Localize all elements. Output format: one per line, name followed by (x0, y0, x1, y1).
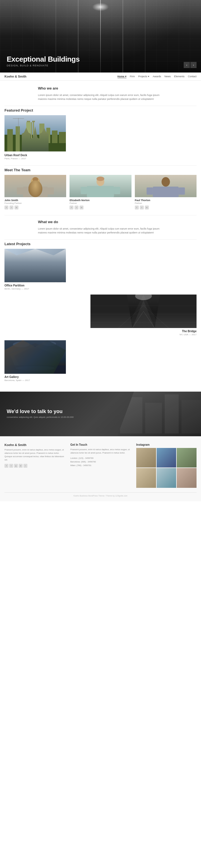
footer-linkedin-icon[interactable]: in (19, 464, 23, 468)
footer-instagram-title: Instagram (136, 443, 197, 446)
svg-rect-12 (59, 132, 66, 143)
nav-link-elements[interactable]: Elements (174, 75, 184, 78)
team-photo-paul (135, 175, 197, 197)
footer-contact-barcelona: Barcelona: (936) - 3456790 (70, 460, 131, 464)
nav-links: Home ▾ Firm Projects ▾ Awards News Eleme… (117, 75, 197, 78)
latest-projects-section: Latest Projects (0, 240, 201, 392)
nav-link-contact[interactable]: Contact (188, 75, 197, 78)
project-meta-bridge: NY, USA — 2017 (179, 333, 197, 336)
twitter-icon-paul[interactable]: t (140, 206, 144, 210)
nav-link-projects[interactable]: Projects ▾ (138, 75, 149, 78)
team-social-john: f t in (4, 206, 66, 210)
cta-section: We'd love to talk to you consectetur adi… (0, 392, 201, 436)
team-member-john: John Smith Founding Partner f t in (4, 175, 66, 210)
svg-point-66 (42, 341, 56, 346)
svg-rect-32 (4, 249, 66, 282)
what-we-do-title: What we do (38, 220, 197, 224)
project-meta-gallery: Barcelona, Spain — 2017 (4, 379, 197, 381)
nav-link-home[interactable]: Home ▾ (117, 75, 127, 78)
footer-col-contact: Get In Touch Praesent posuere, enim id v… (70, 443, 131, 488)
hero-arrows[interactable]: ‹ › (184, 62, 197, 68)
footer-contact-title: Get In Touch (70, 443, 131, 446)
instagram-thumb-4[interactable] (136, 468, 156, 488)
footer-facebook-icon[interactable]: f (4, 464, 8, 468)
svg-rect-30 (147, 187, 153, 195)
team-role-john: Founding Partner (4, 202, 66, 205)
svg-point-33 (4, 260, 66, 282)
team-role-elizabeth: Partner (69, 202, 131, 205)
cta-text-block: We'd love to talk to you consectetur adi… (0, 409, 80, 419)
office-image-svg (4, 249, 66, 282)
linkedin-icon-john[interactable]: in (15, 206, 19, 210)
latest-projects-title: Latest Projects (4, 242, 197, 246)
project-item-office: Office Partition Berlin, Germany — 2017 (4, 249, 197, 290)
team-name-john: John Smith (4, 199, 66, 202)
svg-point-23 (96, 177, 105, 181)
nav-link-news[interactable]: News (165, 75, 171, 78)
cta-bg-svg (117, 392, 201, 436)
instagram-thumb-1[interactable] (136, 448, 156, 468)
nav-link-firm[interactable]: Firm (130, 75, 135, 78)
svg-rect-25 (81, 187, 87, 194)
facebook-icon-john[interactable]: f (4, 206, 8, 210)
featured-project-meta: Paris, France — 2017 (4, 157, 197, 160)
team-section: Meet The Team (0, 166, 201, 215)
facebook-icon-paul[interactable]: f (135, 206, 139, 210)
twitter-icon-john[interactable]: t (9, 206, 13, 210)
svg-marker-50 (155, 294, 197, 328)
hero-next-arrow[interactable]: › (191, 62, 197, 68)
project-item-bridge: The Bridge NY, USA — 2017 (4, 294, 197, 336)
project-name-office: Office Partition (4, 284, 197, 287)
svg-rect-6 (31, 122, 32, 142)
what-we-do-section: What we do Lorem ipsum dolor sit amet, c… (0, 215, 201, 239)
svg-rect-8 (32, 121, 35, 122)
instagram-grid (136, 448, 197, 488)
team-name-elizabeth: Elizabeth Norton (69, 199, 131, 202)
footer-bottom: Koehn Business WordPress Theme / Theme b… (4, 492, 197, 497)
footer-twitter-icon[interactable]: t (9, 464, 13, 468)
footer-rss-icon[interactable]: r (24, 464, 27, 468)
linkedin-icon-paul[interactable]: in (145, 206, 149, 210)
svg-rect-68 (120, 397, 142, 433)
bridge-image-svg (90, 294, 197, 328)
nav-link-awards[interactable]: Awards (153, 75, 161, 78)
svg-rect-9 (39, 124, 45, 143)
instagram-thumb-5[interactable] (156, 468, 176, 488)
featured-project-name: Urban Roof Deck (4, 154, 197, 157)
instagram-thumb-2[interactable] (156, 448, 176, 468)
hero-prev-arrow[interactable]: ‹ (184, 62, 190, 68)
svg-point-63 (16, 366, 55, 370)
svg-point-34 (4, 266, 66, 282)
svg-point-17 (33, 177, 38, 182)
svg-rect-45 (4, 249, 66, 260)
twitter-icon-elizabeth[interactable]: t (75, 206, 79, 210)
svg-rect-31 (179, 187, 185, 195)
svg-point-65 (13, 342, 30, 347)
project-name-gallery: Art Gallery (4, 375, 197, 378)
facebook-icon-elizabeth[interactable]: f (69, 206, 74, 210)
cta-title: We'd love to talk to you (7, 409, 74, 414)
team-photo-elizabeth (69, 175, 131, 197)
instagram-thumb-3[interactable] (177, 448, 197, 468)
svg-rect-19 (17, 187, 23, 194)
footer-contact-london: London: (123) - 3456789 (70, 457, 131, 460)
footer-logo: Koehn & Smith (4, 443, 65, 446)
footer-col-instagram: Instagram (136, 443, 197, 488)
project-name-bridge: The Bridge (182, 330, 197, 333)
linkedin-icon-elizabeth[interactable]: in (80, 206, 84, 210)
nav-logo: Koehn & Smith (4, 75, 27, 78)
what-we-do-content: What we do Lorem ipsum dolor sit amet, c… (38, 220, 197, 235)
svg-line-53 (143, 311, 155, 328)
hero-subtitle: Design, Build & Renovate (7, 64, 80, 67)
svg-rect-29 (153, 187, 179, 197)
hero-section: Exceptional Buildings Design, Build & Re… (0, 0, 201, 72)
hero-text-block: Exceptional Buildings Design, Build & Re… (7, 55, 80, 67)
team-member-elizabeth: Elizabeth Norton Partner f t in (69, 175, 131, 210)
footer-social: f t g in r (4, 464, 65, 468)
instagram-thumb-6[interactable] (177, 468, 197, 488)
footer-google-icon[interactable]: g (14, 464, 18, 468)
project-image-gallery (4, 340, 66, 374)
elizabeth-silhouette (69, 175, 131, 197)
svg-rect-44 (4, 277, 66, 282)
svg-rect-18 (23, 187, 48, 197)
